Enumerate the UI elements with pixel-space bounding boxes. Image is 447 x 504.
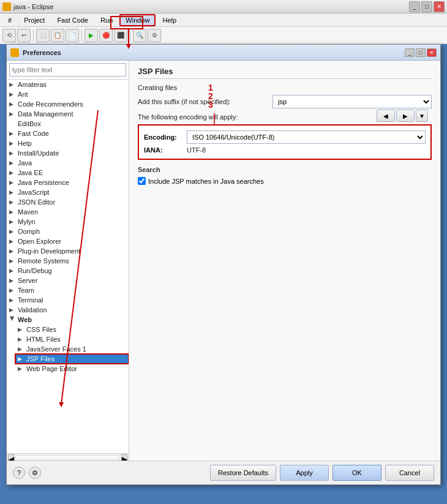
close-btn[interactable]: ✕ bbox=[434, 1, 445, 12]
tree-item-javascript[interactable]: ▶JavaScript bbox=[7, 187, 129, 197]
menu-run[interactable]: Run bbox=[95, 15, 118, 26]
iana-label: IANA: bbox=[144, 146, 187, 154]
tree-item-open-explorer[interactable]: ▶Open Explorer bbox=[7, 236, 129, 246]
tree-item-ant[interactable]: ▶Ant bbox=[7, 89, 129, 99]
cancel-btn[interactable]: Cancel bbox=[385, 465, 434, 481]
search-label: Search bbox=[138, 166, 432, 173]
menu-fastcode[interactable]: Fast Code bbox=[51, 15, 94, 26]
tree-item-json-editor[interactable]: ▶JSON Editor bbox=[7, 197, 129, 207]
scroll-right-btn[interactable]: ▶ bbox=[121, 454, 127, 461]
minimize-btn[interactable]: _ bbox=[409, 1, 420, 12]
tree-item-fast-code[interactable]: ▶Fast Code bbox=[7, 129, 129, 138]
preferences-dialog: Preferences _ □ ✕ ▶Amateras ▶Ant ▶Code R… bbox=[6, 44, 441, 485]
menu-bar: # Project Fast Code Run Window Help bbox=[0, 13, 447, 27]
title-controls: _ □ ✕ bbox=[409, 1, 445, 12]
arrow-icon: ▶ bbox=[9, 219, 15, 225]
arrow-icon: ▶ bbox=[9, 160, 15, 166]
dialog-minimize-btn[interactable]: _ bbox=[405, 48, 415, 57]
toolbar-btn-3[interactable]: ⬚ bbox=[36, 29, 50, 42]
scroll-left-btn[interactable]: ◀ bbox=[8, 454, 14, 461]
encoding-row: Encoding: ISO 10646/Unicode(UTF-8) UTF-8… bbox=[144, 130, 426, 144]
footer-left: ? ⚙ bbox=[13, 467, 41, 479]
jsp-checkbox[interactable] bbox=[138, 177, 146, 185]
encoding-box: Encoding: ISO 10646/Unicode(UTF-8) UTF-8… bbox=[138, 124, 432, 160]
title-text: java - Eclipse bbox=[13, 3, 53, 10]
settings-icon-btn[interactable]: ⚙ bbox=[29, 467, 41, 479]
tree-item-validation[interactable]: ▶Validation bbox=[7, 305, 129, 315]
tree-item-java-persistence[interactable]: ▶Java Persistence bbox=[7, 178, 129, 187]
footer-right: Restore Defaults Apply OK Cancel bbox=[210, 465, 434, 481]
tree-item-web[interactable]: ▶Web bbox=[7, 315, 129, 325]
tree-item-team[interactable]: ▶Team bbox=[7, 285, 129, 295]
arrow-icon: ▶ bbox=[18, 356, 24, 362]
suffix-select[interactable]: jsp jspx bbox=[272, 95, 432, 108]
tree-item-web-page-editor[interactable]: ▶Web Page Editor bbox=[15, 364, 129, 374]
tree-item-html-files[interactable]: ▶HTML Files bbox=[15, 334, 129, 344]
dialog-title-text: Preferences bbox=[23, 49, 405, 56]
menu-project[interactable]: Project bbox=[18, 15, 50, 26]
filter-box bbox=[7, 61, 129, 80]
tree-item-plugin-development[interactable]: ▶Plug-in Development bbox=[7, 246, 129, 256]
creating-files-label: Creating files bbox=[138, 84, 432, 91]
dialog-close-btn[interactable]: ✕ bbox=[427, 48, 437, 57]
left-panel: ▶Amateras ▶Ant ▶Code Recommenders ▶Data … bbox=[7, 61, 129, 461]
encoding-select[interactable]: ISO 10646/Unicode(UTF-8) UTF-8 ISO-8859-… bbox=[187, 130, 426, 144]
toolbar-btn-8[interactable]: 🔍 bbox=[133, 29, 146, 42]
dialog-body: ▶Amateras ▶Ant ▶Code Recommenders ▶Data … bbox=[7, 61, 440, 461]
toolbar-btn-5[interactable]: 📄 bbox=[66, 29, 79, 42]
maximize-btn[interactable]: □ bbox=[421, 1, 432, 12]
toolbar-btn-1[interactable]: ⟲ bbox=[2, 29, 16, 42]
tree-item-javaserver-faces[interactable]: ▶JavaServer Faces 1 bbox=[15, 344, 129, 354]
toolbar: ⟲ ↩ ⬚ 📋 📄 ▶ 🔴 ⬛ 🔍 ⚙ bbox=[0, 27, 447, 44]
help-icon-btn[interactable]: ? bbox=[13, 467, 25, 479]
arrow-icon: ▶ bbox=[18, 336, 24, 342]
tree-item-remote-systems[interactable]: ▶Remote Systems bbox=[7, 256, 129, 266]
toolbar-btn-9[interactable]: ⚙ bbox=[148, 29, 161, 42]
tree-item-data-management[interactable]: ▶Data Management bbox=[7, 109, 129, 119]
menu-help[interactable]: Help bbox=[157, 15, 182, 26]
tree-item-java[interactable]: ▶Java bbox=[7, 158, 129, 168]
arrow-icon: ▶ bbox=[9, 170, 15, 176]
tree-item-help[interactable]: ▶Help bbox=[7, 138, 129, 148]
encoding-label: Encoding: bbox=[144, 134, 187, 141]
dialog-maximize-btn[interactable]: □ bbox=[416, 48, 426, 57]
filter-input[interactable] bbox=[9, 63, 126, 77]
restore-defaults-btn[interactable]: Restore Defaults bbox=[210, 465, 276, 481]
iana-value: UTF-8 bbox=[187, 146, 206, 154]
arrow-icon: ▶ bbox=[9, 130, 15, 137]
ok-btn[interactable]: OK bbox=[332, 465, 381, 481]
tree-item-server[interactable]: ▶Server bbox=[7, 276, 129, 285]
tree-item-java-ee[interactable]: ▶Java EE bbox=[7, 168, 129, 178]
tree-item-jsp-files[interactable]: ▶JSP Files bbox=[15, 354, 129, 364]
tree-item-css-files[interactable]: ▶CSS Files bbox=[15, 325, 129, 334]
tree-item-oomph[interactable]: ▶Oomph bbox=[7, 227, 129, 236]
menu-hash[interactable]: # bbox=[2, 15, 17, 26]
tree-item-amateras[interactable]: ▶Amateras bbox=[7, 80, 129, 89]
title-bar: java - Eclipse _ □ ✕ bbox=[0, 0, 447, 13]
tree-item-editbox[interactable]: EditBox bbox=[7, 119, 129, 129]
tree-item-code-recommenders[interactable]: ▶Code Recommenders bbox=[7, 99, 129, 109]
arrow-icon: ▶ bbox=[9, 150, 15, 156]
menu-window[interactable]: Window bbox=[119, 14, 156, 26]
arrow-icon: ▶ bbox=[9, 238, 15, 244]
dialog-title-bar: Preferences _ □ ✕ bbox=[7, 45, 440, 61]
iana-row: IANA: UTF-8 bbox=[144, 146, 426, 154]
toolbar-btn-4[interactable]: 📋 bbox=[51, 29, 64, 42]
back-btn[interactable]: ◀ bbox=[377, 110, 395, 122]
tree-item-maven[interactable]: ▶Maven bbox=[7, 207, 129, 217]
suffix-label: Add this suffix (if not specified): bbox=[138, 98, 272, 105]
toolbar-btn-2[interactable]: ↩ bbox=[17, 29, 31, 42]
toolbar-btn-7[interactable]: ⬛ bbox=[114, 29, 127, 42]
tree-container[interactable]: ▶Amateras ▶Ant ▶Code Recommenders ▶Data … bbox=[7, 80, 129, 453]
arrow-icon: ▶ bbox=[9, 91, 15, 97]
tree-item-run-debug[interactable]: ▶Run/Debug bbox=[7, 266, 129, 276]
tree-item-terminal[interactable]: ▶Terminal bbox=[7, 295, 129, 305]
tree-item-mylyn[interactable]: ▶Mylyn bbox=[7, 217, 129, 227]
checkbox-row: Include JSP matches in Java searches bbox=[138, 177, 432, 185]
toolbar-btn-run[interactable]: ▶ bbox=[85, 29, 98, 42]
toolbar-btn-6[interactable]: 🔴 bbox=[99, 29, 113, 42]
tree-item-install-update[interactable]: ▶Install/Update bbox=[7, 148, 129, 158]
apply-btn[interactable]: Apply bbox=[280, 465, 329, 481]
forward-btn[interactable]: ▶ bbox=[396, 110, 415, 122]
menu-btn[interactable]: ▼ bbox=[416, 110, 428, 122]
